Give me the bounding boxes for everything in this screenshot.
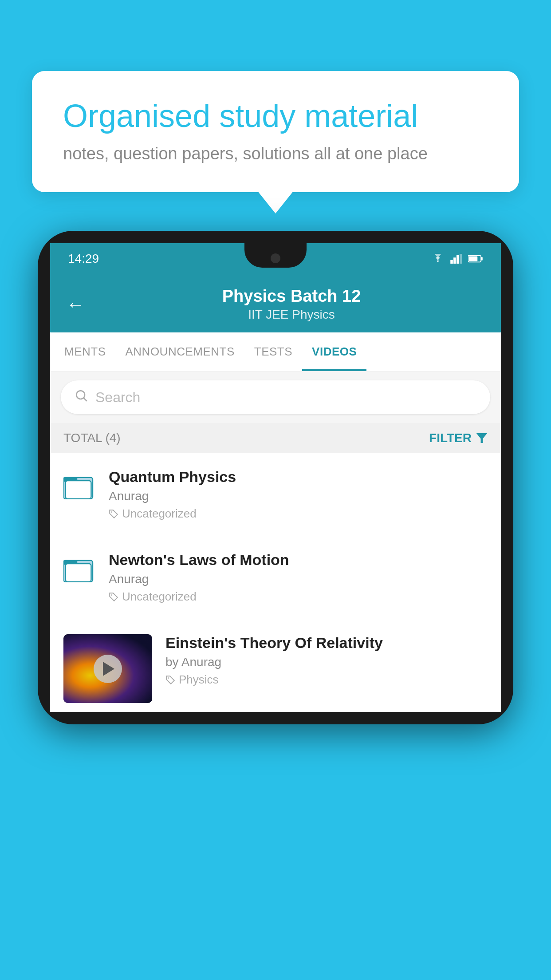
- list-item[interactable]: Newton's Laws of Motion Anurag Uncategor…: [50, 536, 501, 619]
- tag-label: Uncategorized: [122, 507, 197, 521]
- header-title: Physics Batch 12: [98, 287, 485, 306]
- svg-point-13: [111, 511, 112, 513]
- search-container: Search: [50, 371, 501, 423]
- phone-wrapper: 14:29: [38, 231, 513, 980]
- filter-bar: TOTAL (4) FILTER: [50, 423, 501, 453]
- tag-label: Uncategorized: [122, 590, 197, 604]
- app-header: ← Physics Batch 12 IIT JEE Physics: [50, 274, 501, 332]
- folder-icon-block: [63, 470, 95, 504]
- svg-point-17: [111, 594, 112, 596]
- tag-label: Physics: [179, 673, 219, 687]
- status-icons: [431, 254, 483, 264]
- svg-line-8: [84, 398, 87, 401]
- svg-point-18: [168, 677, 169, 679]
- battery-icon: [468, 255, 483, 263]
- tag-icon: [165, 675, 175, 685]
- list-item[interactable]: Quantum Physics Anurag Uncategorized: [50, 453, 501, 536]
- video-tag: Physics: [165, 673, 488, 687]
- play-button[interactable]: [94, 655, 122, 683]
- folder-icon: [63, 553, 95, 585]
- svg-rect-2: [457, 255, 459, 264]
- svg-rect-0: [450, 260, 453, 264]
- tab-tests[interactable]: TESTS: [244, 332, 302, 371]
- wifi-icon: [431, 254, 445, 264]
- signal-icon: [450, 254, 463, 264]
- status-time: 14:29: [68, 252, 99, 266]
- folder-icon: [63, 470, 95, 502]
- video-title: Newton's Laws of Motion: [109, 551, 488, 569]
- svg-marker-9: [476, 433, 487, 443]
- play-icon: [103, 662, 114, 676]
- svg-rect-5: [481, 257, 483, 260]
- video-title: Einstein's Theory Of Relativity: [165, 634, 488, 652]
- bubble-subtitle: notes, question papers, solutions all at…: [63, 144, 488, 163]
- tab-ments[interactable]: MENTS: [55, 332, 116, 371]
- svg-rect-16: [66, 564, 91, 582]
- notch: [244, 243, 307, 268]
- list-item[interactable]: Einstein's Theory Of Relativity by Anura…: [50, 619, 501, 712]
- video-info: Quantum Physics Anurag Uncategorized: [109, 468, 488, 521]
- tab-videos[interactable]: VIDEOS: [302, 332, 366, 371]
- search-icon: [74, 388, 88, 406]
- phone-outer: 14:29: [38, 231, 513, 724]
- header-title-block: Physics Batch 12 IIT JEE Physics: [98, 287, 485, 322]
- status-bar: 14:29: [50, 243, 501, 274]
- video-info: Einstein's Theory Of Relativity by Anura…: [165, 634, 488, 687]
- svg-rect-3: [460, 254, 462, 264]
- video-author: Anurag: [109, 572, 488, 586]
- svg-rect-12: [66, 481, 91, 499]
- search-input-wrapper[interactable]: Search: [61, 380, 490, 414]
- video-author: by Anurag: [165, 655, 488, 669]
- back-button[interactable]: ←: [66, 294, 85, 315]
- speech-bubble: Organised study material notes, question…: [32, 71, 519, 192]
- bubble-title: Organised study material: [63, 98, 488, 134]
- phone-screen: ← Physics Batch 12 IIT JEE Physics MENTS…: [50, 274, 501, 712]
- video-title: Quantum Physics: [109, 468, 488, 486]
- header-subtitle: IIT JEE Physics: [98, 308, 485, 322]
- video-author: Anurag: [109, 489, 488, 503]
- svg-rect-1: [453, 257, 456, 264]
- filter-button[interactable]: FILTER: [429, 431, 488, 445]
- folder-icon-block: [63, 553, 95, 587]
- filter-icon: [476, 433, 488, 443]
- tabs-bar: MENTS ANNOUNCEMENTS TESTS VIDEOS: [50, 332, 501, 371]
- video-tag: Uncategorized: [109, 590, 488, 604]
- tag-icon: [109, 509, 118, 519]
- video-thumbnail: [63, 634, 152, 703]
- tab-announcements[interactable]: ANNOUNCEMENTS: [116, 332, 244, 371]
- filter-label: FILTER: [429, 431, 472, 445]
- video-info: Newton's Laws of Motion Anurag Uncategor…: [109, 551, 488, 604]
- svg-rect-6: [469, 257, 477, 261]
- total-count: TOTAL (4): [63, 431, 121, 445]
- tag-icon: [109, 592, 118, 602]
- camera-dot: [271, 253, 280, 263]
- search-input[interactable]: Search: [95, 389, 140, 406]
- video-list: Quantum Physics Anurag Uncategorized: [50, 453, 501, 712]
- video-tag: Uncategorized: [109, 507, 488, 521]
